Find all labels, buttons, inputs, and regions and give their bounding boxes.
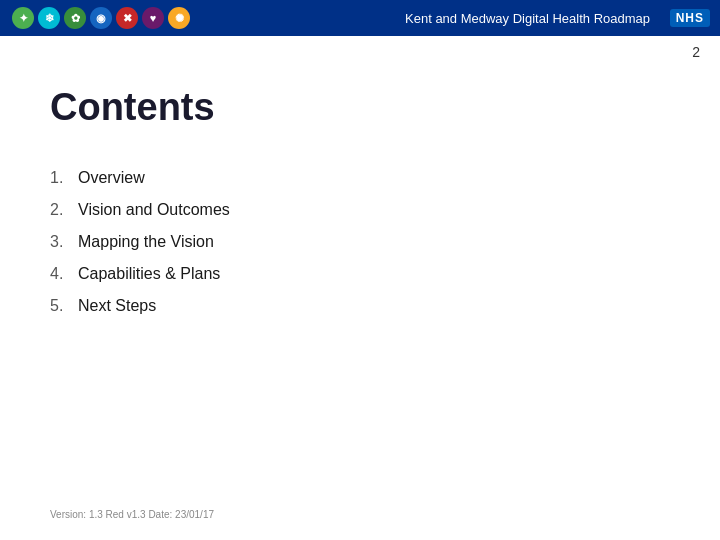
list-text-5: Next Steps xyxy=(78,297,156,315)
header-bar: ✦ ❄ ✿ ◉ ✖ ♥ ✺ Kent and Medway Digital He… xyxy=(0,0,720,36)
list-text-1: Overview xyxy=(78,169,145,187)
list-item: 2.Vision and Outcomes xyxy=(50,201,670,219)
header-icon-5: ✖ xyxy=(116,7,138,29)
icon5-symbol: ✖ xyxy=(123,12,132,25)
header-icons: ✦ ❄ ✿ ◉ ✖ ♥ ✺ xyxy=(12,7,190,29)
list-text-2: Vision and Outcomes xyxy=(78,201,230,219)
icon4-symbol: ◉ xyxy=(96,12,106,25)
icon7-symbol: ✺ xyxy=(175,12,184,25)
page-title: Contents xyxy=(50,86,670,129)
icon2-symbol: ❄ xyxy=(45,12,54,25)
nhs-logo: NHS xyxy=(670,9,710,27)
footer: Version: 1.3 Red v1.3 Date: 23/01/17 xyxy=(50,509,214,520)
header-icon-7: ✺ xyxy=(168,7,190,29)
icon1-symbol: ✦ xyxy=(19,12,28,25)
header-icon-2: ❄ xyxy=(38,7,60,29)
list-text-3: Mapping the Vision xyxy=(78,233,214,251)
list-number-1: 1. xyxy=(50,169,78,187)
list-item: 3.Mapping the Vision xyxy=(50,233,670,251)
icon6-symbol: ♥ xyxy=(150,12,157,24)
version-text: Version: 1.3 Red v1.3 Date: 23/01/17 xyxy=(50,509,214,520)
list-item: 1.Overview xyxy=(50,169,670,187)
header-icon-4: ◉ xyxy=(90,7,112,29)
icon3-symbol: ✿ xyxy=(71,12,80,25)
list-item: 5.Next Steps xyxy=(50,297,670,315)
header-icon-6: ♥ xyxy=(142,7,164,29)
main-content: Contents 1.Overview2.Vision and Outcomes… xyxy=(0,36,720,359)
list-number-5: 5. xyxy=(50,297,78,315)
header-title: Kent and Medway Digital Health Roadmap xyxy=(405,11,650,26)
list-number-2: 2. xyxy=(50,201,78,219)
list-item: 4.Capabilities & Plans xyxy=(50,265,670,283)
list-number-4: 4. xyxy=(50,265,78,283)
header-icon-1: ✦ xyxy=(12,7,34,29)
contents-list: 1.Overview2.Vision and Outcomes3.Mapping… xyxy=(50,169,670,315)
header-icon-3: ✿ xyxy=(64,7,86,29)
list-number-3: 3. xyxy=(50,233,78,251)
list-text-4: Capabilities & Plans xyxy=(78,265,220,283)
